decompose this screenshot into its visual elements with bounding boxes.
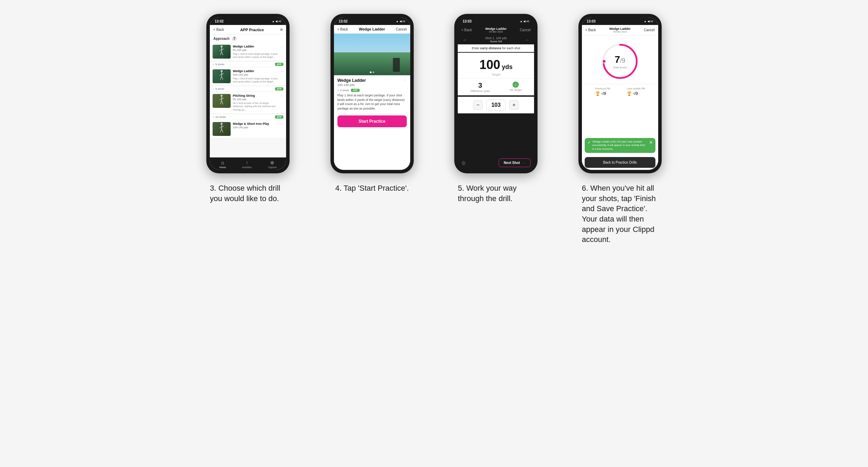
star-icon-3[interactable]: ☆ — [280, 94, 283, 98]
time-2: 13:02 — [339, 19, 348, 23]
phone-frame-3: 13:03 ▲ ◀ 46 < Back Wedge Ladder 06 Mar … — [454, 14, 538, 173]
golf-figure-1 — [213, 45, 231, 59]
increment-button[interactable]: + — [509, 100, 519, 110]
nav-bar-2: < Back Wedge Ladder Cancel — [334, 25, 410, 34]
svg-point-0 — [221, 45, 223, 47]
score-label: Total Score — [613, 66, 627, 69]
score-circle: 7/9 Total Score — [601, 42, 639, 80]
drill-meta-3: ○ 10 shots APP — [210, 114, 286, 120]
shot-arrows: ← Shot 1, 100 yds Score 5/9 → — [458, 35, 534, 44]
score-number: 7 — [615, 54, 620, 65]
cancel-button-4[interactable]: Cancel — [644, 28, 655, 32]
back-button-1[interactable]: < Back — [213, 28, 224, 32]
next-shot-label: Next Shot — [504, 161, 520, 165]
caption-2: 4. Tap 'Start Practice'. — [335, 183, 409, 193]
target-unit: yds — [502, 63, 513, 70]
back-button-3[interactable]: < Back — [461, 28, 472, 32]
stat-diff-label: Difference (yds) — [471, 89, 490, 93]
drill-range-4: 100-140 yds — [233, 126, 278, 129]
toast-text: 'Wedge Ladder (100-140 yds)' was created… — [592, 140, 648, 151]
stat-diff-value: 3 — [471, 81, 490, 89]
stepper-value[interactable]: 103 — [486, 100, 506, 111]
star-icon-1[interactable]: ☆ — [280, 45, 283, 49]
next-shot-bar: 🗑 Next Shot → — [458, 156, 534, 170]
start-practice-button[interactable]: Start Practice — [337, 115, 407, 127]
stat-hit-label: Hit Target — [510, 88, 522, 92]
back-button-2[interactable]: < Back — [337, 27, 348, 31]
nav-capture[interactable]: ⊕ Capture — [268, 160, 277, 168]
prev-arrow-icon[interactable]: ← — [463, 37, 467, 43]
shot-info: Shot 1, 100 yds Score 5/9 — [485, 36, 507, 43]
star-icon-4[interactable]: ☆ — [280, 122, 283, 126]
back-button-4[interactable]: < Back — [585, 28, 596, 32]
nav-home[interactable]: ⌂ Home — [220, 160, 226, 168]
dot-2 — [372, 71, 374, 73]
drill-info-1: Wedge Ladder 50-100 yds Play 1 shot at e… — [233, 45, 278, 59]
pb-prev-value: 🏆 -/9 — [595, 91, 610, 96]
trash-icon[interactable]: 🗑 — [461, 160, 466, 166]
page-container: 13:02 ▲ ◀ 46 < Back APP Practice ≡ Appro… — [191, 14, 677, 245]
drill-name-3: Pitching String — [233, 94, 278, 97]
stat-difference: 3 Difference (yds) — [471, 81, 490, 93]
drill-detail-meta: ○ 9 shots APP — [334, 88, 410, 93]
drill-shots-3: ○ 10 shots — [213, 115, 226, 119]
pb-previous: Previous PB 🏆 -/9 — [595, 87, 610, 96]
drill-item-3[interactable]: Pitching String 55-100 yds Hit 1 shot at… — [210, 92, 286, 113]
drill-range-2: 100-140 yds — [233, 73, 278, 76]
star-icon-detail[interactable]: ☆ — [404, 78, 407, 82]
target-display: 100 yds Target — [458, 53, 534, 78]
next-shot-button[interactable]: Next Shot → — [499, 158, 531, 167]
carry-prompt: Enter carry distance for each shot — [458, 44, 534, 52]
time-4: 13:03 — [587, 19, 596, 23]
hero-dots — [370, 71, 374, 73]
shot-label: Shot 1, 100 yds — [485, 36, 507, 40]
svg-point-6 — [221, 70, 223, 72]
menu-icon-1[interactable]: ≡ — [280, 27, 283, 32]
success-toast: ✓ 'Wedge Ladder (100-140 yds)' was creat… — [585, 138, 655, 153]
svg-line-23 — [222, 129, 223, 132]
time-3: 13:03 — [463, 19, 472, 23]
dark-spacer — [458, 113, 534, 156]
score-denom: /9 — [620, 57, 625, 64]
svg-line-16 — [220, 101, 222, 104]
shot-score: Score 5/9 — [485, 40, 507, 43]
golf-figure-4 — [213, 122, 231, 136]
cancel-button-3[interactable]: Cancel — [520, 28, 531, 32]
trophy-icon-1: 🏆 — [595, 91, 600, 96]
drill-detail-desc: Play 1 shot at each target yardage. If y… — [334, 93, 410, 113]
nav-bar-1: < Back APP Practice ≡ — [210, 25, 286, 35]
nav-bar-3: < Back Wedge Ladder 06 Mar 2023 Cancel — [458, 25, 534, 35]
drill-thumb-1 — [213, 45, 231, 59]
drill-item-1[interactable]: Wedge Ladder 50-100 yds Play 1 shot at e… — [210, 43, 286, 61]
phone-frame-1: 13:02 ▲ ◀ 46 < Back APP Practice ≡ Appro… — [206, 14, 290, 173]
svg-point-18 — [221, 123, 223, 125]
nav-title-3: Wedge Ladder 06 Mar 2023 — [485, 27, 507, 33]
nav-activities[interactable]: ↑ Activities — [242, 160, 252, 168]
drill-name-2: Wedge Ladder — [233, 69, 278, 73]
cancel-button-2[interactable]: Cancel — [396, 27, 407, 31]
pb-prev-label: Previous PB — [595, 87, 610, 90]
pb-last-label: Last month PB — [627, 87, 645, 90]
drill-info-4: Wedge & Short Iron Play 100-140 yds — [233, 122, 278, 130]
target-value-row: 100 yds — [461, 58, 531, 72]
caption-1: 3. Choose which drill you would like to … — [210, 183, 286, 204]
drill-item-4[interactable]: Wedge & Short Iron Play 100-140 yds ☆ — [210, 120, 286, 138]
decrement-button[interactable]: − — [473, 100, 483, 110]
drill-detail-range: 100-140 yds — [337, 83, 366, 87]
star-icon-2[interactable]: ☆ — [280, 69, 283, 73]
stat-hit-target: ✓ Hit Target — [510, 81, 522, 93]
back-to-drills-button[interactable]: Back to Practice Drills — [585, 157, 655, 168]
caption-3: 5. Work your way through the drill. — [458, 183, 534, 204]
app-badge-3: APP — [275, 115, 283, 119]
phone-frame-2: 13:02 ▲ ◀ 46 < Back Wedge Ladder Cancel — [330, 14, 414, 173]
toast-close-icon[interactable]: ✕ — [649, 140, 653, 145]
drill-thumb-4 — [213, 122, 231, 136]
drill-info-2: Wedge Ladder 100-140 yds Play 1 shot at … — [233, 69, 278, 83]
next-arrow-icon[interactable]: → — [524, 37, 529, 43]
drill-item-2[interactable]: Wedge Ladder 100-140 yds Play 1 shot at … — [210, 67, 286, 86]
shot-stats: 3 Difference (yds) ✓ Hit Target — [458, 78, 534, 95]
notch-3 — [485, 17, 506, 24]
notch-2 — [362, 17, 383, 24]
drill-detail-name: Wedge Ladder — [337, 78, 366, 83]
drill-range-3: 55-100 yds — [233, 98, 278, 101]
